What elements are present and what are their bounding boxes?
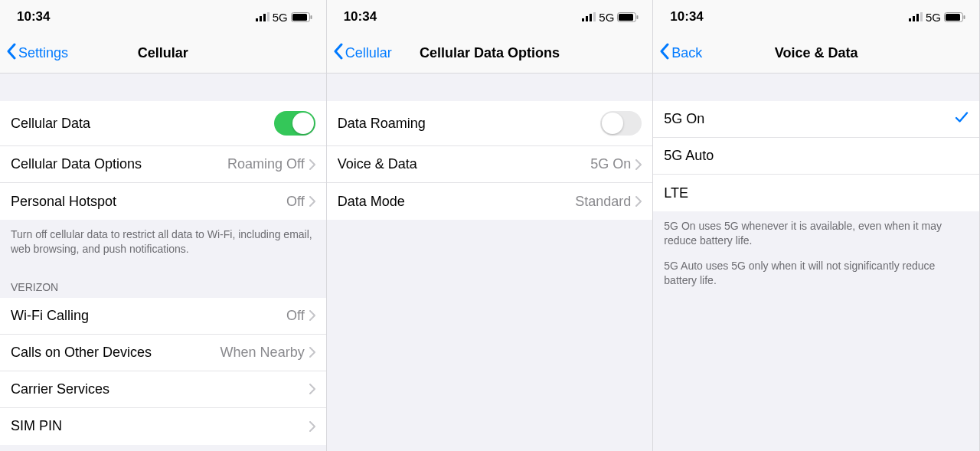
svg-rect-2 <box>263 14 266 21</box>
row-voice-data[interactable]: Voice & Data 5G On <box>327 146 653 183</box>
svg-rect-0 <box>256 18 258 21</box>
row-wifi-calling[interactable]: Wi-Fi Calling Off <box>0 298 326 335</box>
status-time: 10:34 <box>344 9 377 25</box>
row-calls-other-devices[interactable]: Calls on Other Devices When Nearby <box>0 335 326 371</box>
chevron-right-icon <box>309 159 315 170</box>
back-button[interactable]: Back <box>659 43 702 64</box>
chevron-right-icon <box>635 159 642 170</box>
row-sim-pin[interactable]: SIM PIN <box>0 408 326 445</box>
status-bar: 10:34 5G <box>653 0 979 34</box>
list-cellular-main: Cellular Data Cellular Data Options Roam… <box>0 101 326 220</box>
row-label: Data Roaming <box>338 116 601 132</box>
network-label: 5G <box>273 11 288 24</box>
cellular-data-toggle[interactable] <box>274 111 315 136</box>
svg-rect-20 <box>963 15 965 19</box>
svg-rect-10 <box>593 12 596 21</box>
svg-rect-13 <box>637 15 639 19</box>
status-right: 5G <box>256 11 312 24</box>
chevron-right-icon <box>309 421 315 432</box>
row-5g-on[interactable]: 5G On <box>653 101 979 138</box>
svg-rect-19 <box>946 14 960 21</box>
row-value: Standard <box>575 194 631 210</box>
nav-bar: Cellular Cellular Data Options <box>327 34 653 74</box>
row-label: Personal Hotspot <box>11 194 286 210</box>
nav-bar: Back Voice & Data <box>653 34 979 74</box>
row-value: Off <box>286 308 305 324</box>
list-data-options: Data Roaming Voice & Data 5G On Data Mod… <box>327 101 653 220</box>
list-verizon: Wi-Fi Calling Off Calls on Other Devices… <box>0 298 326 445</box>
svg-rect-5 <box>292 14 307 21</box>
svg-rect-3 <box>267 12 270 21</box>
back-button[interactable]: Cellular <box>333 43 392 64</box>
svg-rect-1 <box>260 16 262 21</box>
row-lte[interactable]: LTE <box>653 175 979 211</box>
status-time: 10:34 <box>17 9 50 25</box>
pane-voice-data: 10:34 5G Back Voice & Data 5G On <box>653 0 980 451</box>
status-right: 5G <box>909 11 965 24</box>
pane-cellular: 10:34 5G Settings Cellular Cellular Data… <box>0 0 327 451</box>
footer-text-2: 5G Auto uses 5G only when it will not si… <box>653 259 979 299</box>
row-value: When Nearby <box>220 345 305 361</box>
row-label: Wi-Fi Calling <box>11 308 286 324</box>
data-roaming-toggle[interactable] <box>600 111 642 136</box>
svg-rect-12 <box>619 14 633 21</box>
svg-rect-17 <box>920 12 923 21</box>
row-cellular-data[interactable]: Cellular Data <box>0 101 326 146</box>
row-label: 5G On <box>664 111 955 127</box>
row-label: SIM PIN <box>11 418 309 434</box>
chevron-left-icon <box>333 43 344 64</box>
battery-icon <box>291 12 312 22</box>
back-label: Settings <box>18 45 68 61</box>
network-label: 5G <box>926 11 941 24</box>
chevron-right-icon <box>309 347 315 358</box>
footer-text-1: 5G On uses 5G whenever it is available, … <box>653 211 979 259</box>
svg-rect-8 <box>586 16 588 21</box>
chevron-right-icon <box>309 310 315 321</box>
back-button[interactable]: Settings <box>6 43 68 64</box>
status-right: 5G <box>582 11 639 24</box>
chevron-left-icon <box>6 43 17 64</box>
check-icon <box>955 111 969 127</box>
chevron-right-icon <box>309 196 315 207</box>
row-value: 5G On <box>590 156 631 172</box>
svg-rect-16 <box>916 14 919 21</box>
back-label: Back <box>671 45 702 61</box>
row-label: Data Mode <box>338 194 576 210</box>
row-value: Roaming Off <box>227 156 305 172</box>
network-label: 5G <box>599 11 614 24</box>
svg-rect-15 <box>913 16 915 21</box>
svg-rect-9 <box>590 14 592 21</box>
row-5g-auto[interactable]: 5G Auto <box>653 138 979 175</box>
row-label: Cellular Data <box>11 116 274 132</box>
row-label: LTE <box>664 185 969 201</box>
battery-icon <box>944 12 965 22</box>
row-label: 5G Auto <box>664 148 969 164</box>
row-label: Carrier Services <box>11 381 309 397</box>
row-personal-hotspot[interactable]: Personal Hotspot Off <box>0 183 326 220</box>
row-cellular-data-options[interactable]: Cellular Data Options Roaming Off <box>0 146 326 183</box>
status-bar: 10:34 5G <box>327 0 653 34</box>
row-value: Off <box>286 194 305 210</box>
chevron-left-icon <box>659 43 670 64</box>
row-label: Cellular Data Options <box>11 156 227 172</box>
battery-icon <box>617 12 639 22</box>
pane-cellular-data-options: 10:34 5G Cellular Cellular Data Options … <box>327 0 654 451</box>
row-data-mode[interactable]: Data Mode Standard <box>327 183 653 220</box>
chevron-right-icon <box>635 196 642 207</box>
signal-icon <box>909 12 923 21</box>
chevron-right-icon <box>309 384 315 394</box>
section-header-verizon: VERIZON <box>0 267 326 298</box>
svg-rect-14 <box>909 18 911 21</box>
row-label: Voice & Data <box>338 156 591 172</box>
back-label: Cellular <box>345 45 392 61</box>
nav-bar: Settings Cellular <box>0 34 326 74</box>
row-label: Calls on Other Devices <box>11 345 220 361</box>
status-bar: 10:34 5G <box>0 0 326 34</box>
svg-rect-7 <box>582 18 584 21</box>
footer-text: Turn off cellular data to restrict all d… <box>0 220 326 267</box>
signal-icon <box>582 12 596 21</box>
list-voice-data-options: 5G On 5G Auto LTE <box>653 101 979 211</box>
row-carrier-services[interactable]: Carrier Services <box>0 371 326 408</box>
svg-rect-6 <box>310 15 312 19</box>
row-data-roaming[interactable]: Data Roaming <box>327 101 653 146</box>
